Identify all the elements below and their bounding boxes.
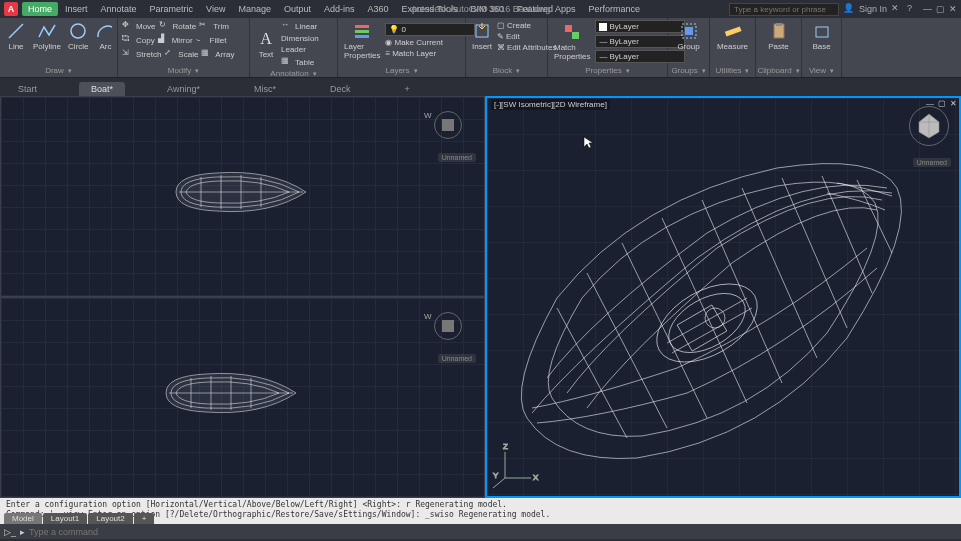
svg-rect-13 — [816, 27, 828, 37]
help-icon[interactable]: ? — [907, 3, 919, 15]
nav-tag-bl[interactable]: Unnamed — [438, 354, 476, 363]
stretch-tool[interactable]: ⇲Stretch — [122, 48, 161, 60]
layout-tabs: Model Layout1 Layout2 + — [4, 513, 154, 524]
boat-top-view — [171, 167, 311, 217]
search-input[interactable] — [729, 3, 839, 16]
tab-view[interactable]: View — [200, 2, 231, 16]
scale-tool[interactable]: ⤢Scale — [164, 48, 198, 60]
tab-layout2[interactable]: Layout2 — [88, 513, 132, 524]
viewcube-bl[interactable]: W — [430, 312, 466, 340]
table-tool[interactable]: ▦Table — [281, 56, 319, 68]
nav-tag-tl[interactable]: Unnamed — [438, 153, 476, 162]
signin-label[interactable]: Sign In — [859, 4, 887, 14]
svg-text:Y: Y — [493, 471, 499, 480]
tab-output[interactable]: Output — [278, 2, 317, 16]
svg-rect-2 — [355, 25, 369, 28]
command-input[interactable] — [29, 527, 957, 537]
panel-draw[interactable]: Draw — [4, 65, 113, 75]
tab-new[interactable]: + — [392, 82, 421, 96]
linear-dim-tool[interactable]: ↔Linear — [281, 20, 319, 32]
boat-top-view-2 — [161, 368, 301, 418]
window-close-icon[interactable]: ✕ — [949, 4, 957, 14]
command-line[interactable]: ▷_ ▸ — [0, 524, 961, 539]
arc-tool[interactable]: Arc — [93, 20, 117, 52]
copy-tool[interactable]: ⿻Copy — [122, 34, 155, 46]
panel-modify[interactable]: Modify — [122, 65, 245, 75]
svg-rect-12 — [776, 23, 782, 26]
panel-block[interactable]: Block — [470, 65, 543, 75]
make-current-tool[interactable]: ◉ Make Current — [385, 38, 475, 47]
svg-rect-6 — [565, 25, 572, 32]
mirror-tool[interactable]: ▟Mirror — [158, 34, 193, 46]
tab-manage[interactable]: Manage — [232, 2, 277, 16]
ribbon-tabs: Home Insert Annotate Parametric View Man… — [22, 2, 646, 16]
panel-groups[interactable]: Groups — [672, 65, 705, 75]
paste-button[interactable]: Paste — [760, 20, 797, 52]
layer-selector[interactable]: 💡 0 — [385, 23, 475, 36]
polyline-tool[interactable]: Polyline — [31, 20, 63, 52]
leader-tool[interactable]: Leader — [281, 45, 319, 54]
array-tool[interactable]: ▦Array — [201, 48, 234, 60]
tab-model[interactable]: Model — [4, 513, 42, 524]
layer-properties-button[interactable]: Layer Properties — [342, 20, 382, 61]
insert-button[interactable]: Insert — [470, 20, 494, 52]
panel-utilities[interactable]: Utilities — [714, 65, 751, 75]
panel-view[interactable]: View — [806, 65, 837, 75]
match-props-button[interactable]: Match Properties — [552, 21, 592, 62]
viewport-label[interactable]: [-][SW Isometric][2D Wireframe] — [491, 99, 610, 110]
measure-button[interactable]: Measure — [714, 20, 751, 52]
svg-text:X: X — [533, 473, 539, 482]
svg-point-1 — [71, 24, 85, 38]
match-layer-tool[interactable]: ≡ Match Layer — [385, 49, 475, 58]
command-icon: ▷_ — [4, 527, 16, 537]
tab-deck[interactable]: Deck — [318, 82, 363, 96]
tab-a360[interactable]: A360 — [362, 2, 395, 16]
rotate-tool[interactable]: ↻Rotate — [159, 20, 197, 32]
svg-text:Z: Z — [503, 442, 508, 451]
text-tool[interactable]: AText — [254, 28, 278, 60]
tab-boat[interactable]: Boat* — [79, 82, 125, 96]
tab-misc[interactable]: Misc* — [242, 82, 288, 96]
group-button[interactable]: Group — [672, 20, 705, 52]
app-icon[interactable]: A — [4, 2, 18, 16]
view-base-button[interactable]: Base — [806, 20, 837, 52]
viewport-right[interactable]: [-][SW Isometric][2D Wireframe] —▢✕ Unna… — [485, 96, 961, 498]
tab-layout1[interactable]: Layout1 — [43, 513, 87, 524]
tab-layout-add[interactable]: + — [134, 513, 155, 524]
svg-rect-11 — [774, 24, 784, 38]
window-max-icon[interactable]: ▢ — [936, 4, 945, 14]
viewcube-tl[interactable]: W — [430, 111, 466, 139]
tab-annotate[interactable]: Annotate — [95, 2, 143, 16]
svg-rect-9 — [685, 27, 693, 35]
ribbon: Line Polyline Circle Arc Draw ✥Move ↻Rot… — [0, 18, 961, 78]
tab-performance[interactable]: Performance — [582, 2, 646, 16]
move-tool[interactable]: ✥Move — [122, 20, 156, 32]
dimension-tool[interactable]: Dimension — [281, 34, 319, 43]
window-min-icon[interactable]: — — [923, 4, 932, 14]
window-title: Autodesk AutoCAD 2016 Boat.dwg — [411, 4, 551, 14]
signin-icon[interactable]: 👤 — [843, 3, 855, 15]
workspace: W Unnamed W Unnamed [ — [0, 96, 961, 498]
panel-properties[interactable]: Properties — [552, 65, 663, 75]
tab-parametric[interactable]: Parametric — [144, 2, 200, 16]
panel-layers[interactable]: Layers — [342, 65, 461, 75]
svg-line-0 — [9, 24, 23, 38]
trim-tool[interactable]: ✂Trim — [199, 20, 229, 32]
panel-clipboard[interactable]: Clipboard — [760, 65, 797, 75]
viewport-top-left[interactable]: W Unnamed — [0, 96, 485, 297]
tab-awning[interactable]: Awning* — [155, 82, 212, 96]
tab-addins[interactable]: Add-ins — [318, 2, 361, 16]
document-tabs: Start Boat* Awning* Misc* Deck + — [0, 78, 961, 96]
line-tool[interactable]: Line — [4, 20, 28, 52]
panel-annotation[interactable]: Annotation — [254, 68, 333, 78]
tab-insert[interactable]: Insert — [59, 2, 94, 16]
svg-rect-10 — [724, 26, 741, 36]
tab-start[interactable]: Start — [6, 82, 49, 96]
exchange-icon[interactable]: ✕ — [891, 3, 903, 15]
vp-close-icon[interactable]: ✕ — [950, 99, 957, 108]
fillet-tool[interactable]: ⦦Fillet — [196, 34, 227, 46]
circle-tool[interactable]: Circle — [66, 20, 90, 52]
tab-home[interactable]: Home — [22, 2, 58, 16]
ucs-axis-icon: Z X Y — [493, 440, 543, 490]
viewport-bottom-left[interactable]: W Unnamed — [0, 297, 485, 498]
